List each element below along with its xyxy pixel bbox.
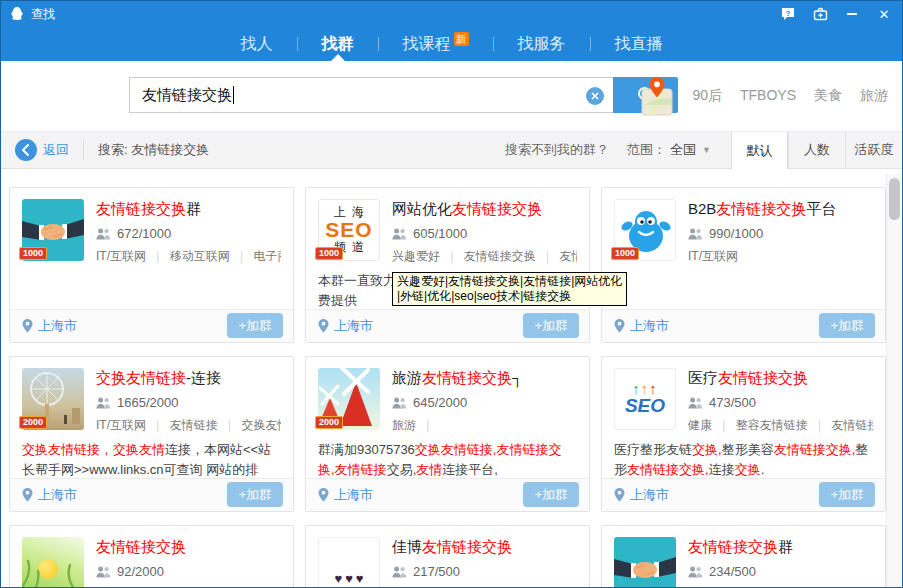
card-footer: 上海市+加群	[306, 478, 589, 511]
group-description: 交换友情链接，交换友情连接，本网站<<站长帮手网>>www.links.cn可查…	[10, 434, 293, 478]
qq-penguin-logo-icon	[9, 6, 25, 22]
member-count: 990/1000	[709, 226, 763, 241]
members-icon	[688, 228, 703, 240]
join-group-button[interactable]: +加群	[819, 313, 875, 338]
nav-tab-label: 找服务	[518, 34, 566, 55]
nav-tab-5[interactable]: 找直播	[591, 34, 687, 55]
feedback-icon[interactable]: ?	[780, 6, 796, 22]
group-tags: 健康｜整容友情链接｜友情链接交...	[688, 417, 873, 434]
members-row: 672/1000	[96, 226, 281, 241]
join-group-button[interactable]: +加群	[227, 482, 283, 507]
avatar-text: SEO	[625, 396, 665, 416]
nav-tab-4[interactable]: 找服务	[494, 34, 590, 55]
location-link[interactable]: 上海市	[318, 317, 373, 335]
scrollbar-thumb[interactable]	[889, 178, 900, 220]
location-link[interactable]: 上海市	[22, 317, 77, 335]
join-group-button[interactable]: +加群	[819, 482, 875, 507]
capacity-badge: 2000	[315, 416, 343, 429]
handshake-avatar[interactable]: 1000	[22, 199, 84, 261]
search-section: 友情链接交换 90后TFBOYS美食旅游	[1, 61, 902, 131]
windmill-avatar[interactable]: 2000	[318, 368, 380, 430]
dark-figures-avatar[interactable]: ♥♥♥	[318, 537, 380, 588]
vertical-scrollbar[interactable]	[886, 174, 902, 587]
sort-tab-活跃度[interactable]: 活跃度	[845, 132, 902, 168]
location-pin-icon	[614, 319, 625, 333]
group-title: 网站优化友情链接交换	[392, 200, 577, 219]
member-count: 234/500	[709, 564, 756, 579]
nav-tab-2[interactable]: 找群	[298, 34, 378, 55]
group-card[interactable]: ↑↑↑SEO医疗友情链接交换473/500健康｜整容友情链接｜友情链接交...医…	[601, 356, 886, 512]
blue-mascot-avatar[interactable]: 1000	[614, 199, 676, 261]
group-card[interactable]: 1000B2B友情链接交换平台990/1000IT/互联网上海市+加群	[601, 187, 886, 343]
member-count: 645/2000	[413, 395, 467, 410]
close-icon[interactable]: ✕	[876, 6, 892, 22]
hot-search-tag[interactable]: 旅游	[860, 87, 888, 105]
sort-tab-人数[interactable]: 人数	[788, 132, 845, 168]
join-group-button[interactable]: +加群	[523, 313, 579, 338]
capacity-badge: 1000	[611, 247, 639, 260]
member-count: 473/500	[709, 395, 756, 410]
location-link[interactable]: 上海市	[614, 486, 669, 504]
location-link[interactable]: 上海市	[318, 486, 373, 504]
hot-search-tag[interactable]: TFBOYS	[740, 87, 796, 105]
group-card[interactable]: 1000友情链接交换群672/1000IT/互联网｜移动互联网｜电子商...上海…	[9, 187, 294, 343]
results-toolbar: 返回 搜索: 友情链接交换 搜索不到我的群？ 范围： 全国 ▼ 默认人数活跃度	[1, 131, 902, 169]
hot-search-tag[interactable]: 美食	[814, 87, 842, 105]
nav-tab-3[interactable]: 找课程新	[379, 34, 493, 55]
group-card[interactable]: 友情链接交换群234/500IT/互联网+加群	[601, 525, 886, 588]
cant-find-group-link[interactable]: 搜索不到我的群？	[505, 141, 609, 159]
sort-tab-默认[interactable]: 默认	[731, 132, 788, 169]
handshake-avatar[interactable]	[614, 537, 676, 588]
group-card[interactable]: 2000交换友情链接-连接1665/2000IT/互联网｜友情链接｜交换友情..…	[9, 356, 294, 512]
nav-tab-label: 找人	[241, 34, 273, 55]
avatar-arrows: ↑↑↑	[632, 382, 658, 396]
scope-value: 全国	[670, 141, 696, 159]
toolbox-icon[interactable]	[812, 6, 828, 22]
titlebar: 查找 ? ✕	[1, 1, 902, 27]
group-description	[602, 265, 885, 309]
back-arrow-icon	[15, 139, 37, 161]
members-icon	[688, 566, 703, 578]
nav-tab-1[interactable]: 找人	[217, 34, 297, 55]
group-title: 医疗友情链接交换	[688, 369, 873, 388]
group-card[interactable]: ♥♥♥佳博友情链接交换217/500IT/互联网｜友情链接交换+加群	[305, 525, 590, 588]
member-count: 1665/2000	[117, 395, 178, 410]
avatar-figures: ♥♥♥	[331, 571, 366, 586]
tooltip-line: |外链|优化|seo|seo技术|链接交换	[397, 289, 622, 304]
seo-arrows-avatar[interactable]: ↑↑↑SEO	[614, 368, 676, 430]
seo-channel-avatar[interactable]: 上海SEO频道1000	[318, 199, 380, 261]
location-pin-icon	[614, 488, 625, 502]
group-card[interactable]: 上海SEO频道1000网站优化友情链接交换605/1000兴趣爱好｜友情链接交换…	[305, 187, 590, 343]
nearby-groups-map-icon[interactable]	[640, 75, 674, 117]
search-input[interactable]: 友情链接交换	[129, 77, 613, 113]
nav-tab-label: 找直播	[615, 34, 663, 55]
members-row: 645/2000	[392, 395, 577, 410]
minimize-icon[interactable]	[844, 6, 860, 22]
location-link[interactable]: 上海市	[22, 486, 77, 504]
chevron-down-icon: ▼	[702, 145, 711, 155]
join-group-button[interactable]: +加群	[227, 313, 283, 338]
scope-dropdown[interactable]: 全国 ▼	[670, 141, 711, 159]
tooltip-line: 兴趣爱好|友情链接交换|友情链接|网站优化	[397, 274, 622, 289]
ferris-wheel-photo-avatar[interactable]: 2000	[22, 368, 84, 430]
hot-search-tag[interactable]: 90后	[692, 87, 722, 105]
svg-text:?: ?	[786, 9, 791, 18]
scope-label: 范围：	[627, 141, 666, 159]
group-card[interactable]: 友情链接交换92/2000IT/互联网+加群	[9, 525, 294, 588]
card-footer: 上海市+加群	[602, 478, 885, 511]
group-tags: IT/互联网｜友情链接｜交换友情...	[96, 417, 281, 434]
nav-tab-label: 找课程	[403, 34, 451, 55]
member-count: 672/1000	[117, 226, 171, 241]
members-row: 234/500	[688, 564, 873, 579]
members-icon	[96, 397, 111, 409]
location-pin-icon	[22, 319, 33, 333]
location-link[interactable]: 上海市	[614, 317, 669, 335]
clear-search-icon[interactable]	[586, 87, 604, 105]
location-pin-icon	[318, 319, 329, 333]
members-icon	[392, 566, 407, 578]
members-row: 605/1000	[392, 226, 577, 241]
grass-smiley-avatar[interactable]	[22, 537, 84, 588]
join-group-button[interactable]: +加群	[523, 482, 579, 507]
group-card[interactable]: 2000旅游友情链接交换┐645/2000旅游｜群满加93075736交换友情链…	[305, 356, 590, 512]
back-button[interactable]: 返回	[1, 132, 83, 168]
